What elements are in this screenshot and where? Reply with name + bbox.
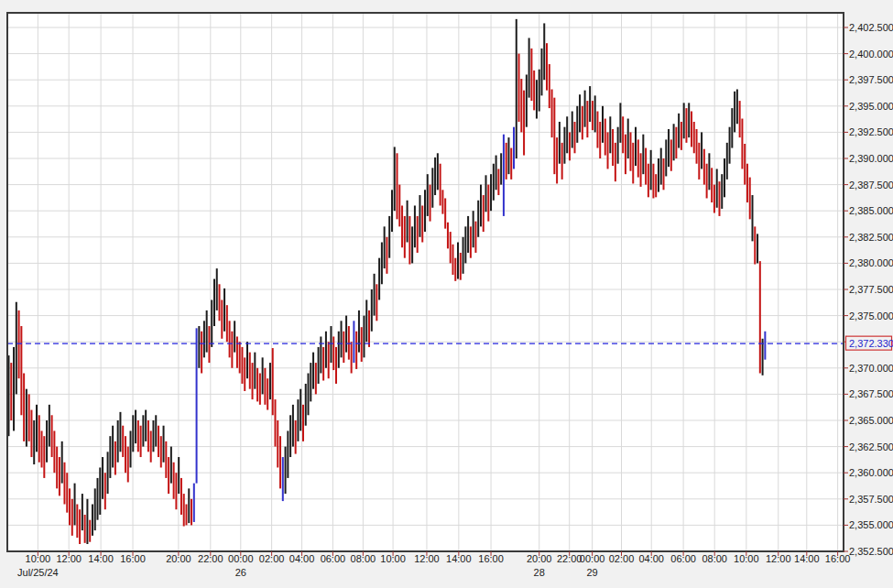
x-axis-label: 22:00 (198, 553, 223, 564)
x-axis-label: 20:00 (166, 553, 191, 564)
y-axis-label: 2,367.500 (849, 388, 893, 399)
y-axis-label: 2,392.500 (849, 126, 893, 137)
y-axis-label: 2,385.000 (849, 205, 893, 216)
x-axis-label: 02:00 (609, 553, 635, 564)
y-axis-label: 2,360.000 (849, 467, 893, 478)
y-axis-label: 2,397.500 (849, 74, 893, 85)
x-axis-label: 12:00 (414, 553, 440, 564)
x-axis-label: 04:00 (638, 553, 664, 564)
y-axis-label: 2,375.000 (849, 310, 893, 321)
x-axis-label: 02:00 (259, 553, 285, 564)
y-axis-label: 2,365.000 (849, 415, 893, 426)
x-axis-label: 06:00 (670, 553, 696, 564)
y-axis-label: 2,370.000 (849, 363, 893, 374)
y-axis-label: 2,362.500 (849, 441, 893, 452)
x-axis-label: 14:00 (794, 553, 820, 564)
y-axis: 2,402.5002,400.0002,397.5002,395.0002,39… (844, 22, 893, 557)
x-axis-label: 04:00 (289, 553, 315, 564)
x-axis-label: 12:00 (56, 553, 82, 564)
y-axis-label: 2,355.000 (849, 519, 893, 530)
y-axis-label: 2,402.500 (849, 22, 893, 33)
x-axis-label: 20:00 (527, 553, 552, 564)
y-axis-label: 2,352.500 (849, 546, 893, 557)
price-chart: 2,402.5002,400.0002,397.5002,395.0002,39… (0, 0, 893, 588)
x-axis-date-label: 29 (587, 567, 598, 578)
x-axis-label: 10:00 (734, 553, 759, 564)
x-axis-label: 22:00 (557, 553, 583, 564)
x-axis-date-label: 28 (534, 567, 545, 578)
x-axis-label: 08:00 (351, 553, 376, 564)
current-price-label: 2,372.330 (849, 338, 893, 349)
x-axis-label: 10:00 (26, 553, 51, 564)
y-axis-label: 2,390.000 (849, 153, 893, 164)
x-axis-label: 00:00 (580, 553, 605, 564)
x-axis-label: 16:00 (478, 553, 504, 564)
x-axis-label: 12:00 (766, 553, 791, 564)
x-axis-label: 14:00 (88, 553, 114, 564)
y-axis-label: 2,357.500 (849, 494, 893, 505)
y-axis-label: 2,377.500 (849, 284, 893, 295)
x-axis-label: 10:00 (380, 553, 406, 564)
y-axis-label: 2,395.000 (849, 101, 893, 112)
x-axis-date-label: 26 (235, 567, 246, 578)
y-axis-label: 2,387.500 (849, 180, 893, 191)
y-axis-label: 2,400.000 (849, 49, 893, 60)
x-axis-label: 14:00 (446, 553, 472, 564)
y-axis-label: 2,380.000 (849, 257, 893, 268)
y-axis-label: 2,382.500 (849, 232, 893, 243)
x-axis-date-label: Jul/25/24 (17, 567, 59, 578)
x-axis-label: 16:00 (825, 553, 851, 564)
x-axis-label: 16:00 (120, 553, 146, 564)
x-axis-label: 08:00 (702, 553, 727, 564)
x-axis-label: 00:00 (228, 553, 254, 564)
x-axis-label: 06:00 (321, 553, 346, 564)
